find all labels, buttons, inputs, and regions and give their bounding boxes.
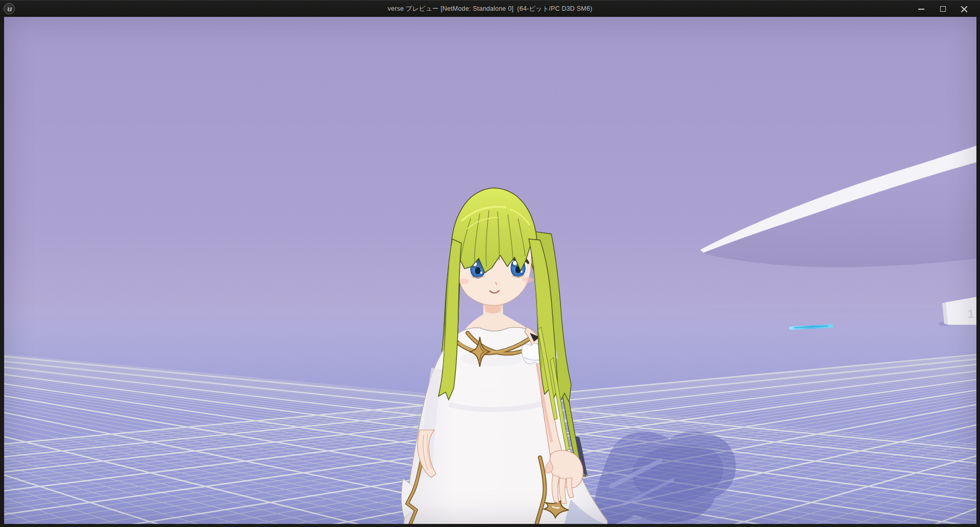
window-title: verse プレビュー [NetMode: Standalone 0] (64-… <box>0 1 980 17</box>
close-button[interactable] <box>953 1 975 17</box>
window-border-right <box>976 17 980 527</box>
window-border-left <box>0 17 4 527</box>
close-icon <box>961 6 968 13</box>
minimize-icon <box>918 9 924 10</box>
maximize-icon <box>940 6 946 12</box>
window-controls <box>911 1 975 17</box>
minimize-button[interactable] <box>911 1 932 17</box>
cube-label: 1 <box>967 306 974 321</box>
maximize-button[interactable] <box>932 1 953 17</box>
titlebar: u verse プレビュー [NetMode: Standalone 0] (6… <box>0 0 980 17</box>
scene: 1 <box>0 0 980 527</box>
game-viewport[interactable]: 1 <box>0 0 980 527</box>
window-border-bottom <box>0 524 980 527</box>
